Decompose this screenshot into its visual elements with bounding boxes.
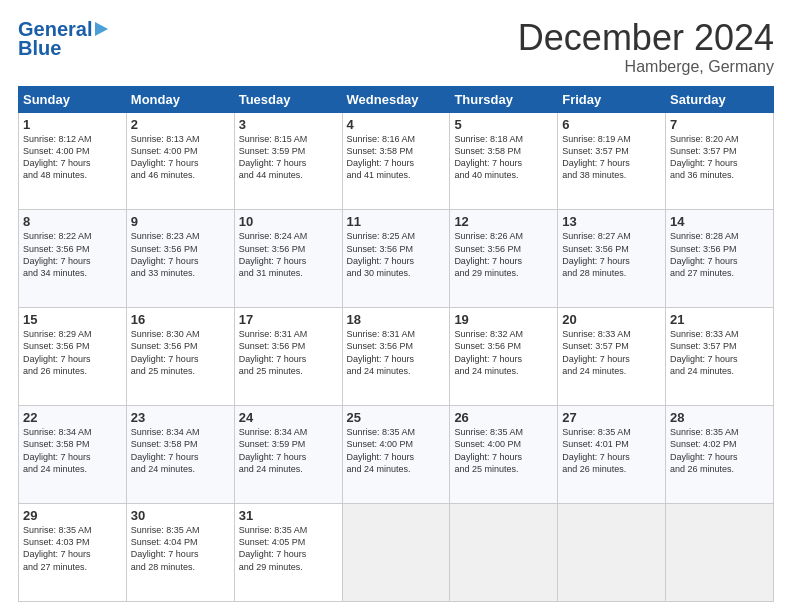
day-detail: Sunrise: 8:27 AMSunset: 3:56 PMDaylight:… (562, 230, 661, 279)
header-row: Sunday Monday Tuesday Wednesday Thursday… (19, 86, 774, 112)
header: General Blue December 2024 Hamberge, Ger… (18, 18, 774, 76)
logo: General Blue (18, 18, 108, 60)
table-row: 30Sunrise: 8:35 AMSunset: 4:04 PMDayligh… (126, 504, 234, 602)
logo-arrow-icon (95, 22, 108, 36)
day-number: 6 (562, 117, 661, 132)
table-row: 18Sunrise: 8:31 AMSunset: 3:56 PMDayligh… (342, 308, 450, 406)
day-detail: Sunrise: 8:12 AMSunset: 4:00 PMDaylight:… (23, 133, 122, 182)
day-detail: Sunrise: 8:25 AMSunset: 3:56 PMDaylight:… (347, 230, 446, 279)
day-number: 27 (562, 410, 661, 425)
table-row: 1Sunrise: 8:12 AMSunset: 4:00 PMDaylight… (19, 112, 127, 210)
calendar-row: 22Sunrise: 8:34 AMSunset: 3:58 PMDayligh… (19, 406, 774, 504)
day-number: 21 (670, 312, 769, 327)
table-row: 5Sunrise: 8:18 AMSunset: 3:58 PMDaylight… (450, 112, 558, 210)
table-row: 26Sunrise: 8:35 AMSunset: 4:00 PMDayligh… (450, 406, 558, 504)
table-row: 4Sunrise: 8:16 AMSunset: 3:58 PMDaylight… (342, 112, 450, 210)
day-detail: Sunrise: 8:31 AMSunset: 3:56 PMDaylight:… (347, 328, 446, 377)
col-tuesday: Tuesday (234, 86, 342, 112)
day-number: 25 (347, 410, 446, 425)
table-row (342, 504, 450, 602)
day-detail: Sunrise: 8:31 AMSunset: 3:56 PMDaylight:… (239, 328, 338, 377)
day-number: 3 (239, 117, 338, 132)
table-row: 24Sunrise: 8:34 AMSunset: 3:59 PMDayligh… (234, 406, 342, 504)
day-detail: Sunrise: 8:34 AMSunset: 3:58 PMDaylight:… (23, 426, 122, 475)
calendar-row: 15Sunrise: 8:29 AMSunset: 3:56 PMDayligh… (19, 308, 774, 406)
table-row: 7Sunrise: 8:20 AMSunset: 3:57 PMDaylight… (666, 112, 774, 210)
table-row: 12Sunrise: 8:26 AMSunset: 3:56 PMDayligh… (450, 210, 558, 308)
table-row: 11Sunrise: 8:25 AMSunset: 3:56 PMDayligh… (342, 210, 450, 308)
table-row (666, 504, 774, 602)
table-row: 22Sunrise: 8:34 AMSunset: 3:58 PMDayligh… (19, 406, 127, 504)
table-row: 15Sunrise: 8:29 AMSunset: 3:56 PMDayligh… (19, 308, 127, 406)
day-detail: Sunrise: 8:20 AMSunset: 3:57 PMDaylight:… (670, 133, 769, 182)
table-row: 17Sunrise: 8:31 AMSunset: 3:56 PMDayligh… (234, 308, 342, 406)
table-row (450, 504, 558, 602)
day-number: 23 (131, 410, 230, 425)
day-detail: Sunrise: 8:26 AMSunset: 3:56 PMDaylight:… (454, 230, 553, 279)
day-detail: Sunrise: 8:32 AMSunset: 3:56 PMDaylight:… (454, 328, 553, 377)
table-row: 14Sunrise: 8:28 AMSunset: 3:56 PMDayligh… (666, 210, 774, 308)
day-number: 20 (562, 312, 661, 327)
table-row (558, 504, 666, 602)
day-detail: Sunrise: 8:30 AMSunset: 3:56 PMDaylight:… (131, 328, 230, 377)
day-number: 18 (347, 312, 446, 327)
day-detail: Sunrise: 8:16 AMSunset: 3:58 PMDaylight:… (347, 133, 446, 182)
table-row: 29Sunrise: 8:35 AMSunset: 4:03 PMDayligh… (19, 504, 127, 602)
col-wednesday: Wednesday (342, 86, 450, 112)
day-number: 29 (23, 508, 122, 523)
table-row: 9Sunrise: 8:23 AMSunset: 3:56 PMDaylight… (126, 210, 234, 308)
day-number: 30 (131, 508, 230, 523)
logo-blue: Blue (18, 37, 61, 60)
day-number: 17 (239, 312, 338, 327)
day-detail: Sunrise: 8:35 AMSunset: 4:01 PMDaylight:… (562, 426, 661, 475)
day-number: 13 (562, 214, 661, 229)
day-number: 28 (670, 410, 769, 425)
col-monday: Monday (126, 86, 234, 112)
calendar-row: 29Sunrise: 8:35 AMSunset: 4:03 PMDayligh… (19, 504, 774, 602)
table-row: 2Sunrise: 8:13 AMSunset: 4:00 PMDaylight… (126, 112, 234, 210)
title-block: December 2024 Hamberge, Germany (518, 18, 774, 76)
day-detail: Sunrise: 8:34 AMSunset: 3:59 PMDaylight:… (239, 426, 338, 475)
day-number: 8 (23, 214, 122, 229)
day-detail: Sunrise: 8:13 AMSunset: 4:00 PMDaylight:… (131, 133, 230, 182)
day-detail: Sunrise: 8:19 AMSunset: 3:57 PMDaylight:… (562, 133, 661, 182)
day-number: 16 (131, 312, 230, 327)
col-sunday: Sunday (19, 86, 127, 112)
day-detail: Sunrise: 8:33 AMSunset: 3:57 PMDaylight:… (562, 328, 661, 377)
day-number: 19 (454, 312, 553, 327)
day-detail: Sunrise: 8:35 AMSunset: 4:05 PMDaylight:… (239, 524, 338, 573)
day-number: 7 (670, 117, 769, 132)
day-detail: Sunrise: 8:24 AMSunset: 3:56 PMDaylight:… (239, 230, 338, 279)
day-number: 22 (23, 410, 122, 425)
day-number: 24 (239, 410, 338, 425)
day-number: 12 (454, 214, 553, 229)
table-row: 28Sunrise: 8:35 AMSunset: 4:02 PMDayligh… (666, 406, 774, 504)
table-row: 20Sunrise: 8:33 AMSunset: 3:57 PMDayligh… (558, 308, 666, 406)
calendar-table: Sunday Monday Tuesday Wednesday Thursday… (18, 86, 774, 602)
table-row: 25Sunrise: 8:35 AMSunset: 4:00 PMDayligh… (342, 406, 450, 504)
day-detail: Sunrise: 8:28 AMSunset: 3:56 PMDaylight:… (670, 230, 769, 279)
day-detail: Sunrise: 8:23 AMSunset: 3:56 PMDaylight:… (131, 230, 230, 279)
day-number: 11 (347, 214, 446, 229)
day-detail: Sunrise: 8:35 AMSunset: 4:02 PMDaylight:… (670, 426, 769, 475)
page: General Blue December 2024 Hamberge, Ger… (0, 0, 792, 612)
day-detail: Sunrise: 8:33 AMSunset: 3:57 PMDaylight:… (670, 328, 769, 377)
col-friday: Friday (558, 86, 666, 112)
table-row: 10Sunrise: 8:24 AMSunset: 3:56 PMDayligh… (234, 210, 342, 308)
day-number: 9 (131, 214, 230, 229)
col-thursday: Thursday (450, 86, 558, 112)
table-row: 13Sunrise: 8:27 AMSunset: 3:56 PMDayligh… (558, 210, 666, 308)
day-detail: Sunrise: 8:29 AMSunset: 3:56 PMDaylight:… (23, 328, 122, 377)
day-number: 2 (131, 117, 230, 132)
calendar-title: December 2024 (518, 18, 774, 58)
table-row: 3Sunrise: 8:15 AMSunset: 3:59 PMDaylight… (234, 112, 342, 210)
day-number: 14 (670, 214, 769, 229)
calendar-row: 8Sunrise: 8:22 AMSunset: 3:56 PMDaylight… (19, 210, 774, 308)
calendar-row: 1Sunrise: 8:12 AMSunset: 4:00 PMDaylight… (19, 112, 774, 210)
table-row: 19Sunrise: 8:32 AMSunset: 3:56 PMDayligh… (450, 308, 558, 406)
day-detail: Sunrise: 8:34 AMSunset: 3:58 PMDaylight:… (131, 426, 230, 475)
table-row: 23Sunrise: 8:34 AMSunset: 3:58 PMDayligh… (126, 406, 234, 504)
calendar-subtitle: Hamberge, Germany (518, 58, 774, 76)
day-detail: Sunrise: 8:18 AMSunset: 3:58 PMDaylight:… (454, 133, 553, 182)
table-row: 16Sunrise: 8:30 AMSunset: 3:56 PMDayligh… (126, 308, 234, 406)
